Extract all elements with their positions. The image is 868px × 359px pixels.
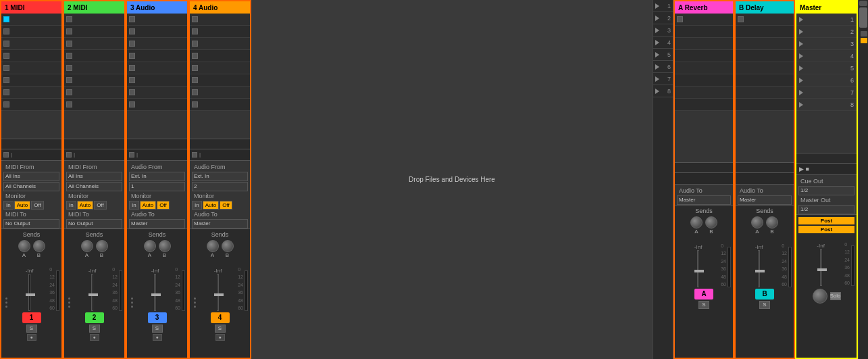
track-number-2[interactable]: 2 [85, 312, 104, 323]
track-number-3[interactable]: 3 [148, 312, 167, 323]
master-scene-2[interactable]: 2 [796, 26, 857, 38]
send-a-knob2[interactable] [81, 240, 93, 252]
clip-slot[interactable] [190, 38, 250, 50]
midi-from-select2[interactable]: All Ins [66, 172, 122, 181]
clip-slot-r[interactable] [675, 14, 733, 26]
midi-to-select[interactable]: No Output [3, 219, 59, 229]
fader-track4[interactable] [217, 274, 219, 311]
clip-slot[interactable] [190, 99, 250, 111]
send-b-knob2[interactable] [96, 240, 108, 252]
midi-to-select2[interactable]: No Output [66, 219, 122, 229]
clip-slot[interactable] [1, 74, 61, 87]
clip-slot[interactable] [64, 87, 124, 99]
audio-to-select-r[interactable]: Master [677, 195, 731, 205]
audio-from-select3[interactable]: Ext. In [129, 172, 185, 181]
clip-slot-d[interactable] [736, 14, 794, 26]
clip-slot-d[interactable] [736, 87, 794, 99]
clip-slot[interactable] [127, 50, 187, 62]
fader-handle[interactable] [26, 293, 35, 296]
midi-from-select[interactable]: All Ins [3, 172, 59, 181]
track-header-reverb[interactable]: A Reverb [675, 1, 733, 14]
master-scene-6[interactable]: 6 [796, 74, 857, 87]
scene-btn-1[interactable]: 1 [653, 0, 673, 12]
clip-slot-d[interactable] [736, 99, 794, 111]
master-scene-4[interactable]: 4 [796, 50, 857, 62]
scene-btn-7[interactable]: 7 [653, 73, 673, 85]
solo-btn3[interactable]: S [152, 325, 163, 333]
scene-btn-2[interactable]: 2 [653, 12, 673, 24]
monitor-auto-btn2[interactable]: Auto [77, 201, 93, 210]
clip-slot[interactable] [64, 62, 124, 74]
clip-slot-d[interactable] [736, 50, 794, 62]
audio-to-select-d[interactable]: Master [738, 195, 792, 205]
track-header-delay[interactable]: B Delay [736, 1, 794, 14]
audio-to-select4[interactable]: Master [192, 219, 248, 229]
monitor-in-btn4[interactable]: In [192, 201, 202, 210]
clip-slot[interactable] [64, 99, 124, 111]
cue-out-select[interactable]: 1/2 [798, 186, 854, 195]
audio-to-select3[interactable]: Master [129, 219, 185, 229]
audio-ch-select3[interactable]: 1 [129, 182, 185, 191]
record-arm-btn2[interactable]: ● [90, 334, 99, 341]
midi-channel-select[interactable]: All Channels [3, 182, 59, 191]
fader-handle4[interactable] [214, 293, 224, 296]
scene-btn-5[interactable]: 5 [653, 49, 673, 61]
monitor-auto-btn[interactable]: Auto [14, 201, 30, 210]
master-scene-1[interactable]: 1 [796, 14, 857, 26]
fader-handle-d[interactable] [755, 270, 765, 272]
record-arm-btn4[interactable]: ● [215, 334, 225, 341]
clip-slot-r[interactable] [675, 38, 733, 50]
send-b-knob-r[interactable] [705, 216, 717, 229]
monitor-auto-btn3[interactable]: Auto [140, 201, 156, 210]
monitor-off-btn[interactable]: Off [31, 201, 44, 210]
clip-slot[interactable] [127, 87, 187, 99]
clip-slot[interactable] [64, 14, 124, 26]
track-header-master[interactable]: Master [796, 1, 857, 14]
monitor-in-btn3[interactable]: In [129, 201, 139, 210]
send-a-knob-r[interactable] [690, 216, 703, 229]
clip-slot[interactable] [1, 38, 61, 50]
fader-handle2[interactable] [88, 293, 98, 296]
clip-slot[interactable] [1, 87, 61, 99]
clip-slot[interactable] [190, 87, 250, 99]
scroll-btn-r[interactable] [861, 38, 867, 43]
clip-slot[interactable] [127, 14, 187, 26]
clip-slot-r[interactable] [675, 50, 733, 62]
solo-btn2[interactable]: S [89, 325, 100, 333]
solo-btn4[interactable]: S [215, 325, 226, 333]
drop-zone[interactable]: Drop Files and Devices Here [251, 0, 653, 359]
track-number-4[interactable]: 4 [211, 312, 230, 323]
track-header-midi2[interactable]: 2 MIDI [64, 1, 124, 14]
fader-track2[interactable] [91, 274, 93, 311]
clip-slot[interactable] [127, 74, 187, 87]
clip-slot-d[interactable] [736, 74, 794, 87]
clip-slot-r[interactable] [675, 26, 733, 38]
master-scene-5[interactable]: 5 [796, 62, 857, 74]
monitor-in-btn2[interactable]: In [66, 201, 76, 210]
monitor-off-btn4[interactable]: Off [220, 201, 232, 210]
clip-slot[interactable] [190, 62, 250, 74]
monitor-off-btn3[interactable]: Off [157, 201, 170, 210]
clip-slot[interactable] [64, 26, 124, 38]
clip-slot[interactable] [127, 26, 187, 38]
track-number-1[interactable]: 1 [22, 312, 41, 323]
send-a-knob[interactable] [18, 240, 30, 252]
master-stop[interactable]: ▶ ■ [796, 163, 857, 175]
clip-slot[interactable] [127, 62, 187, 74]
monitor-in-btn[interactable]: In [3, 201, 14, 210]
solo-btn[interactable]: S [26, 325, 37, 333]
master-out-select[interactable]: 1/2 [798, 205, 854, 214]
master-pan-knob[interactable] [813, 289, 827, 304]
fader-handle-r[interactable] [694, 270, 704, 272]
stop-slot[interactable]: | [1, 149, 61, 161]
send-a-knob-d[interactable] [751, 216, 763, 229]
clip-slot[interactable] [64, 50, 124, 62]
stop-slot[interactable]: | [127, 149, 187, 161]
scroll-btn-s[interactable] [861, 31, 867, 37]
master-scene-8[interactable]: 8 [796, 99, 857, 111]
post-btn-2[interactable]: Post [798, 226, 854, 233]
clip-slot[interactable] [64, 74, 124, 87]
clip-slot[interactable] [190, 50, 250, 62]
scene-btn-6[interactable]: 6 [653, 61, 673, 73]
audio-ch-select4[interactable]: 2 [192, 182, 248, 191]
